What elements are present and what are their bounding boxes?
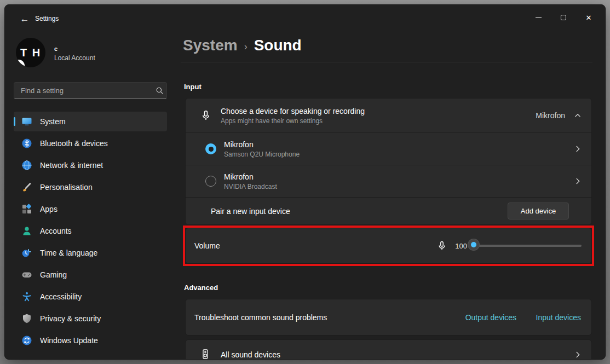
sidebar-item-label: Accessibility	[40, 292, 82, 301]
sidebar-item-privacy[interactable]: Privacy & security	[14, 309, 167, 328]
slider-track	[474, 245, 582, 247]
add-device-button[interactable]: Add device	[508, 203, 569, 219]
troubleshoot-row: Troubleshoot common sound problems Outpu…	[186, 299, 591, 335]
avatar[interactable]: T H	[16, 38, 45, 67]
sidebar-item-label: Gaming	[40, 270, 67, 279]
sidebar-item-label: Bluetooth & devices	[40, 139, 108, 148]
network-icon	[21, 160, 32, 171]
pair-device-label: Pair a new input device	[211, 207, 290, 216]
device-description: Samson Q2U Microphone	[224, 151, 300, 158]
device-option-nvidia[interactable]: Mikrofon NVIDIA Broadcast	[186, 165, 591, 197]
header-divider	[181, 62, 592, 62]
troubleshoot-links: Output devices Input devices	[465, 313, 581, 322]
all-sound-devices-row[interactable]: All sound devices	[186, 340, 591, 360]
volume-card: Volume 100	[185, 228, 592, 264]
troubleshoot-label: Troubleshoot common sound problems	[194, 313, 327, 322]
microphone-icon	[200, 109, 212, 122]
chevron-right-icon	[573, 350, 583, 360]
close-icon: ✕	[586, 14, 592, 21]
breadcrumb-parent[interactable]: System	[183, 37, 238, 54]
input-devices-link[interactable]: Input devices	[536, 313, 582, 322]
pair-device-row: Pair a new input device Add device	[186, 197, 591, 224]
chevron-right-icon	[573, 144, 583, 154]
radio-button[interactable]	[205, 176, 216, 187]
sidebar-item-apps[interactable]: Apps	[14, 199, 167, 219]
accounts-icon	[21, 226, 32, 236]
sidebar-item-bluetooth[interactable]: Bluetooth & devices	[14, 134, 167, 153]
sidebar-item-label: Windows Update	[40, 336, 98, 345]
selection-indicator	[14, 117, 15, 126]
avatar-decoration	[16, 60, 25, 67]
close-button[interactable]: ✕	[578, 10, 600, 25]
time-language-icon	[21, 247, 32, 258]
page-title: Sound	[254, 37, 302, 54]
account-name: c	[54, 45, 57, 52]
sidebar-item-label: System	[40, 117, 66, 126]
accessibility-icon	[21, 291, 32, 302]
bluetooth-icon	[21, 138, 32, 149]
search-icon[interactable]	[152, 86, 166, 95]
chooser-selected-value: Mikrofon	[536, 111, 565, 120]
breadcrumb: System › Sound	[183, 37, 302, 54]
device-chooser-row[interactable]: Choose a device for speaking or recordin…	[186, 99, 591, 132]
sidebar-item-gaming[interactable]: Gaming	[14, 265, 167, 285]
desktop-background: ← Settings ✕ T H c Local Account	[0, 0, 610, 364]
gaming-icon	[21, 269, 32, 280]
sidebar-item-personalisation[interactable]: Personalisation	[14, 177, 167, 197]
radio-button[interactable]	[205, 143, 216, 154]
speaker-device-icon	[200, 349, 212, 360]
maximize-button[interactable]	[553, 10, 574, 25]
volume-row: Volume 100	[186, 228, 591, 263]
troubleshoot-card: Troubleshoot common sound problems Outpu…	[185, 299, 592, 336]
apps-icon	[21, 204, 32, 215]
back-button[interactable]: ←	[16, 13, 33, 26]
slider-thumb[interactable]	[468, 239, 479, 250]
personalisation-icon	[21, 182, 32, 193]
sidebar-item-label: Accounts	[40, 227, 72, 235]
volume-controls: 100	[436, 240, 582, 251]
all-sound-devices-label: All sound devices	[221, 350, 280, 359]
search-input[interactable]	[14, 86, 152, 95]
sidebar-item-label: Network & internet	[40, 161, 103, 170]
sidebar-item-label: Personalisation	[40, 183, 93, 192]
windows-update-icon	[21, 335, 32, 346]
chevron-right-icon	[573, 176, 583, 186]
breadcrumb-separator-icon: ›	[244, 39, 248, 53]
volume-value: 100	[454, 242, 467, 250]
volume-slider[interactable]	[474, 240, 582, 251]
privacy-icon	[21, 313, 32, 324]
sidebar-item-windows-update[interactable]: Windows Update	[14, 331, 167, 350]
sidebar-item-label: Time & language	[40, 249, 97, 257]
input-section-heading: Input	[184, 83, 202, 91]
search-box	[14, 82, 167, 99]
device-description: NVIDIA Broadcast	[224, 183, 277, 190]
system-icon	[21, 116, 32, 127]
device-name: Mikrofon	[224, 172, 277, 181]
minimize-button[interactable]	[527, 10, 549, 25]
settings-window: ← Settings ✕ T H c Local Account	[4, 4, 606, 360]
microphone-icon	[436, 240, 447, 251]
maximize-icon	[561, 15, 566, 20]
device-option-samson[interactable]: Mikrofon Samson Q2U Microphone	[186, 132, 591, 165]
input-device-card: Choose a device for speaking or recordin…	[185, 98, 592, 225]
advanced-section-heading: Advanced	[184, 284, 218, 292]
sidebar-item-label: Privacy & security	[40, 314, 101, 323]
output-devices-link[interactable]: Output devices	[465, 313, 516, 322]
sidebar-item-system[interactable]: System	[14, 112, 167, 131]
sidebar-item-accessibility[interactable]: Accessibility	[14, 287, 167, 307]
sidebar-nav: System Bluetooth & devices Network & int…	[14, 112, 167, 353]
sidebar-item-time-language[interactable]: Time & language	[14, 243, 167, 263]
all-sound-devices-card: All sound devices	[185, 339, 592, 360]
chooser-subtitle: Apps might have their own settings	[221, 117, 365, 125]
window-controls: ✕	[524, 10, 600, 25]
chevron-up-icon	[573, 111, 583, 120]
chooser-title: Choose a device for speaking or recordin…	[221, 107, 365, 115]
sidebar-item-network[interactable]: Network & internet	[14, 155, 167, 175]
sidebar-item-accounts[interactable]: Accounts	[14, 221, 167, 241]
window-title: Settings	[35, 15, 59, 22]
account-type: Local Account	[54, 54, 95, 62]
device-name: Mikrofon	[224, 140, 300, 149]
sidebar-item-label: Apps	[40, 205, 57, 213]
minimize-icon	[536, 18, 542, 18]
avatar-initials: T H	[20, 47, 41, 59]
